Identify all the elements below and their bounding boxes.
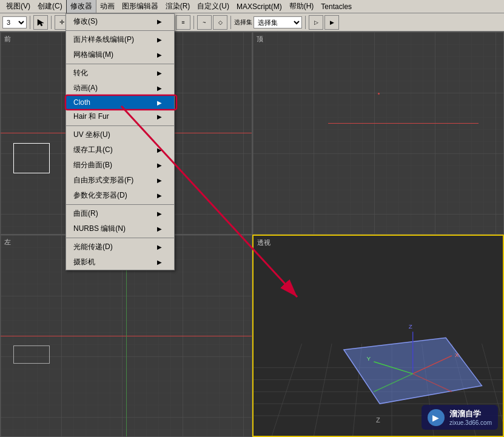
menu-item-uv-coord[interactable]: UV 坐标(U) (66, 127, 174, 142)
viewport-front-label: 前 (4, 35, 11, 44)
toolbar-separator-1 (30, 16, 30, 29)
dropdown-sep-3 (66, 125, 174, 126)
menu-item-hair-fur[interactable]: Hair 和 Fur ▶ (66, 109, 174, 124)
svg-text:Z: Z (408, 323, 412, 330)
dropdown-sep-1 (66, 30, 174, 31)
curve-editor-btn[interactable]: ~ (197, 15, 212, 30)
arrow-icon: ▶ (157, 210, 162, 217)
dropdown-sep-2 (66, 64, 174, 64)
viewport-top[interactable]: 顶 (252, 32, 505, 235)
svg-text:Y: Y (366, 355, 371, 361)
toolbar-separator-6 (230, 16, 231, 29)
render-setup-btn[interactable]: ▷ (309, 15, 323, 30)
dropdown-sep-4 (66, 204, 174, 205)
watermark-brand: 溜溜自学 (449, 409, 492, 419)
menu-modify[interactable]: 修改器 (66, 0, 96, 13)
arrow-icon: ▶ (157, 85, 162, 92)
schematic-btn[interactable]: ◇ (213, 15, 227, 30)
svg-rect-4 (253, 32, 504, 234)
top-grid (253, 32, 504, 234)
watermark: ▶ 溜溜自学 zixue.3d66.com (422, 405, 498, 430)
arrow-icon: ▶ (157, 99, 162, 106)
menu-maxscript[interactable]: MAXScript(M) (233, 1, 286, 12)
menu-item-patch-edit[interactable]: 面片样条线编辑(P) ▶ (66, 32, 174, 47)
watermark-url: zixue.3d66.com (449, 419, 492, 426)
menu-item-ffd[interactable]: 自由形式变形器(F) ▶ (66, 173, 174, 188)
svg-text:X: X (454, 351, 459, 358)
frame-input[interactable]: 3 (2, 16, 27, 28)
arrow-icon: ▶ (157, 225, 162, 232)
arrow-icon: ▶ (157, 259, 162, 265)
toolbar-separator-5 (193, 16, 194, 29)
arrow-icon: ▶ (157, 70, 162, 76)
menu-item-modify-s[interactable]: 修改(S) ▶ (66, 14, 174, 29)
viewport-top-label: 顶 (257, 35, 263, 44)
menu-render[interactable]: 渲染(R) (162, 0, 194, 13)
menu-customize[interactable]: 自定义(U) (193, 0, 233, 13)
watermark-play-icon: ▶ (428, 409, 445, 426)
arrow-icon: ▶ (157, 147, 162, 153)
menu-item-nurbs-edit[interactable]: NURBS 编辑(N) ▶ (66, 221, 174, 236)
menu-item-radiosity[interactable]: 光能传递(D) ▶ (66, 239, 174, 255)
menu-item-param-deform[interactable]: 参数化变形器(D) ▶ (66, 188, 174, 203)
svg-line-13 (314, 344, 332, 436)
modify-dropdown-menu: 修改(S) ▶ 面片样条线编辑(P) ▶ 网格编辑(M) ▶ 转化 ▶ 动画(A… (66, 13, 175, 270)
viewport-left-label: 左 (4, 238, 11, 247)
quick-render-btn[interactable]: ▶ (324, 15, 339, 30)
menu-item-cache-tools[interactable]: 缓存工具(C) ▶ (66, 142, 174, 158)
menu-graph-editor[interactable]: 图形编辑器 (118, 0, 162, 13)
menu-create[interactable]: 创建(C) (34, 0, 66, 13)
viewport-perspective-label: 透视 (257, 238, 270, 247)
menu-item-mesh-edit[interactable]: 网格编辑(M) ▶ (66, 47, 174, 62)
menubar: 视图(V) 创建(C) 修改器 动画 图形编辑器 渲染(R) 自定义(U) MA… (0, 0, 504, 13)
arrow-icon: ▶ (157, 177, 162, 184)
arrow-icon: ▶ (157, 113, 162, 120)
left-object-box (13, 345, 50, 364)
perspective-z-label: Z (376, 416, 380, 424)
arrow-icon: ▶ (157, 52, 162, 58)
menu-item-cloth[interactable]: Cloth ▶ (66, 96, 174, 109)
front-object-box (13, 143, 50, 173)
toolbar-separator-7 (305, 16, 306, 29)
selection-set-dropdown[interactable]: 选择集 (254, 16, 302, 28)
create-selection-label: 选择集 (234, 18, 252, 27)
toolbar-separator-2 (51, 16, 52, 29)
dropdown-sep-5 (66, 238, 174, 238)
menu-item-camera[interactable]: 摄影机 ▶ (66, 255, 174, 270)
menu-item-convert[interactable]: 转化 ▶ (66, 65, 174, 81)
menu-animation[interactable]: 动画 (96, 0, 118, 13)
select-tool-btn[interactable] (33, 15, 48, 30)
menu-tentacles[interactable]: Tentacles (317, 1, 355, 12)
menu-help[interactable]: 帮助(H) (286, 0, 318, 13)
menu-view[interactable]: 视图(V) (2, 0, 34, 13)
arrow-icon: ▶ (157, 162, 162, 168)
layer-btn[interactable]: ≡ (176, 15, 190, 30)
menu-item-subdivision[interactable]: 细分曲面(B) ▶ (66, 158, 174, 173)
top-axis-x (328, 123, 479, 124)
svg-marker-0 (38, 19, 44, 26)
arrow-icon: ▶ (157, 244, 162, 250)
menu-item-surface[interactable]: 曲面(R) ▶ (66, 206, 174, 221)
menu-item-animation[interactable]: 动画(A) ▶ (66, 81, 174, 96)
svg-line-12 (272, 344, 301, 436)
arrow-icon: ▶ (157, 192, 162, 199)
watermark-content: 溜溜自学 zixue.3d66.com (449, 409, 492, 426)
arrow-icon: ▶ (157, 36, 162, 43)
arrow-icon: ▶ (157, 18, 162, 25)
